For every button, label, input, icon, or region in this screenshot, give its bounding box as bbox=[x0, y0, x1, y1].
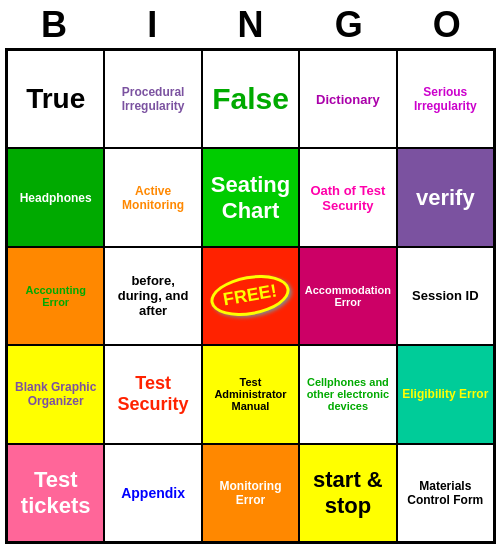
bingo-grid: TrueProcedural IrregularityFalseDictiona… bbox=[5, 48, 496, 544]
bingo-header: B I N G O bbox=[5, 0, 496, 48]
cell-1-2: Seating Chart bbox=[202, 148, 299, 246]
cell-1-0: Headphones bbox=[7, 148, 104, 246]
cell-4-4: Materials Control Form bbox=[397, 444, 494, 542]
cell-4-3: start & stop bbox=[299, 444, 396, 542]
cell-0-0: True bbox=[7, 50, 104, 148]
cell-3-0: Blank Graphic Organizer bbox=[7, 345, 104, 443]
cell-2-1: before, during, and after bbox=[104, 247, 201, 345]
cell-1-4: verify bbox=[397, 148, 494, 246]
letter-b: B bbox=[9, 4, 99, 46]
cell-2-0: Accounting Error bbox=[7, 247, 104, 345]
cell-3-4: Eligibility Error bbox=[397, 345, 494, 443]
cell-3-3: Cellphones and other electronic devices bbox=[299, 345, 396, 443]
cell-1-1: Active Monitoring bbox=[104, 148, 201, 246]
cell-3-1: Test Security bbox=[104, 345, 201, 443]
letter-n: N bbox=[205, 4, 295, 46]
cell-4-1: Appendix bbox=[104, 444, 201, 542]
cell-0-4: Serious Irregularity bbox=[397, 50, 494, 148]
cell-1-3: Oath of Test Security bbox=[299, 148, 396, 246]
cell-2-3: Accommodation Error bbox=[299, 247, 396, 345]
cell-4-0: Test tickets bbox=[7, 444, 104, 542]
letter-i: I bbox=[107, 4, 197, 46]
letter-o: O bbox=[402, 4, 492, 46]
cell-4-2: Monitoring Error bbox=[202, 444, 299, 542]
cell-2-2: FREE! bbox=[202, 247, 299, 345]
cell-3-2: Test Administrator Manual bbox=[202, 345, 299, 443]
cell-0-3: Dictionary bbox=[299, 50, 396, 148]
cell-0-1: Procedural Irregularity bbox=[104, 50, 201, 148]
letter-g: G bbox=[304, 4, 394, 46]
cell-0-2: False bbox=[202, 50, 299, 148]
cell-2-4: Session ID bbox=[397, 247, 494, 345]
